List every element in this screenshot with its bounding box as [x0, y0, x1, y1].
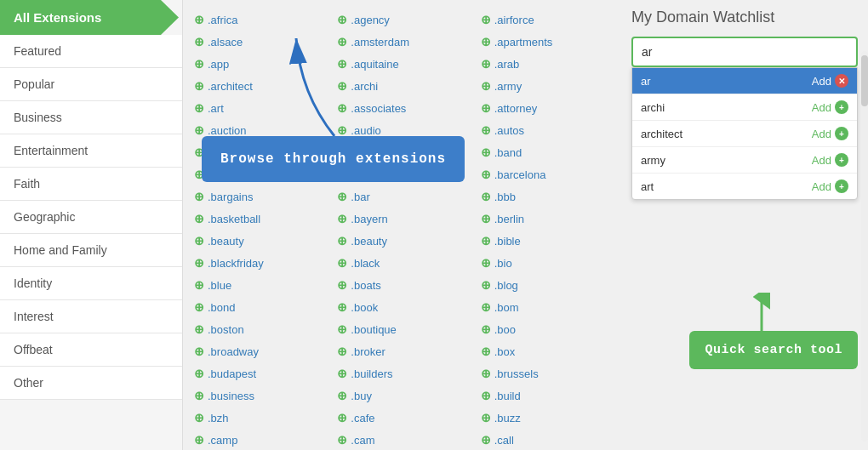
- extension-link[interactable]: .box: [494, 345, 516, 358]
- extension-link[interactable]: .bzh: [208, 412, 229, 424]
- extension-link[interactable]: .barcelona: [494, 168, 546, 181]
- add-button-2[interactable]: Add +: [812, 127, 848, 140]
- extension-link[interactable]: .boo: [494, 323, 516, 336]
- extension-item[interactable]: ⊕.bio: [474, 252, 617, 274]
- extension-item[interactable]: ⊕.boutique: [330, 318, 473, 340]
- extension-item[interactable]: ⊕.bayern: [330, 208, 473, 230]
- extension-item[interactable]: ⊕.boston: [187, 318, 330, 340]
- extension-item[interactable]: ⊕.book: [330, 296, 473, 318]
- extension-link[interactable]: .architect: [208, 80, 253, 93]
- extension-link[interactable]: .builders: [351, 367, 392, 380]
- extension-item[interactable]: ⊕.builders: [330, 362, 473, 384]
- extension-link[interactable]: .brussels: [494, 367, 539, 380]
- extension-link[interactable]: .cafe: [351, 412, 374, 424]
- sidebar-item-home-and-family[interactable]: Home and Family: [0, 234, 182, 267]
- extension-item[interactable]: ⊕.broker: [330, 340, 473, 362]
- extension-link[interactable]: .arab: [494, 58, 520, 71]
- extension-link[interactable]: .bargains: [208, 191, 253, 203]
- extension-item[interactable]: ⊕.autos: [474, 119, 617, 141]
- add-button-4[interactable]: Add +: [812, 179, 848, 193]
- extension-item[interactable]: ⊕.attorney: [474, 97, 617, 119]
- extension-item[interactable]: ⊕.blackfriday: [187, 252, 330, 274]
- sidebar-item-other[interactable]: Other: [0, 367, 182, 400]
- extension-item[interactable]: ⊕.beauty: [330, 230, 473, 252]
- extension-link[interactable]: .blackfriday: [208, 257, 264, 270]
- extension-item[interactable]: ⊕.archi: [330, 75, 473, 97]
- extension-link[interactable]: .call: [494, 434, 514, 447]
- extension-item[interactable]: ⊕.bzh: [187, 407, 330, 429]
- extension-link[interactable]: .cam: [351, 434, 374, 447]
- extension-item[interactable]: ⊕.bar: [330, 185, 473, 208]
- extension-link[interactable]: .buzz: [494, 412, 521, 424]
- extension-item[interactable]: ⊕.alsace: [187, 31, 330, 53]
- extension-link[interactable]: .bond: [208, 301, 236, 314]
- extension-link[interactable]: .basketball: [208, 213, 260, 225]
- extension-item[interactable]: ⊕.basketball: [187, 208, 330, 230]
- extension-item[interactable]: ⊕.boats: [330, 274, 473, 296]
- extension-link[interactable]: .blog: [494, 279, 518, 292]
- sidebar-item-faith[interactable]: Faith: [0, 168, 182, 201]
- extension-item[interactable]: ⊕.band: [474, 141, 617, 163]
- extension-link[interactable]: .black: [351, 257, 380, 270]
- extension-link[interactable]: .attorney: [494, 102, 538, 115]
- extension-item[interactable]: ⊕.bank: [187, 163, 330, 185]
- extension-link[interactable]: .art: [208, 102, 224, 115]
- extension-item[interactable]: ⊕.boo: [474, 318, 617, 340]
- scrollbar-thumb[interactable]: [861, 55, 868, 106]
- extension-item[interactable]: ⊕.amsterdam: [330, 31, 473, 53]
- extension-link[interactable]: .bio: [494, 257, 512, 270]
- extension-link[interactable]: .build: [494, 390, 521, 402]
- extension-link[interactable]: .bar: [351, 191, 369, 203]
- extension-item[interactable]: ⊕.budapest: [187, 362, 330, 384]
- dropdown-item-1[interactable]: archi Add +: [632, 94, 857, 121]
- extension-link[interactable]: .bbb: [494, 191, 516, 203]
- extension-item[interactable]: ⊕.buy: [330, 384, 473, 407]
- sidebar-item-interest[interactable]: Interest: [0, 300, 182, 333]
- sidebar-item-offbeat[interactable]: Offbeat: [0, 333, 182, 367]
- extension-link[interactable]: .boutique: [351, 323, 397, 336]
- dropdown-item-3[interactable]: army Add +: [632, 147, 857, 174]
- extension-item[interactable]: ⊕.buzz: [474, 407, 617, 429]
- extension-item[interactable]: ⊕.bible: [474, 230, 617, 252]
- extension-link[interactable]: .aquitaine: [351, 58, 398, 71]
- extension-link[interactable]: .business: [208, 390, 254, 402]
- extension-link[interactable]: .auction: [208, 124, 247, 137]
- extension-link[interactable]: .alsace: [208, 36, 243, 48]
- extension-item[interactable]: ⊕.baby: [330, 141, 473, 163]
- extension-item[interactable]: ⊕.app: [187, 53, 330, 75]
- extension-link[interactable]: .blue: [208, 279, 231, 292]
- extension-item[interactable]: ⊕.cafe: [330, 407, 473, 429]
- extension-link[interactable]: .book: [351, 301, 378, 314]
- add-button-1[interactable]: Add +: [812, 100, 848, 114]
- sidebar-item-featured[interactable]: Featured: [0, 35, 182, 68]
- extension-item[interactable]: ⊕.art: [187, 97, 330, 119]
- sidebar-all-extensions[interactable]: All Extensions: [0, 0, 179, 35]
- extension-item[interactable]: ⊕.brussels: [474, 362, 617, 384]
- extension-link[interactable]: .boats: [351, 279, 380, 292]
- extension-link[interactable]: .boston: [208, 323, 244, 336]
- extension-item[interactable]: ⊕.bargains: [187, 185, 330, 208]
- extension-item[interactable]: ⊕.auto: [187, 141, 330, 163]
- extension-item[interactable]: ⊕.banque: [330, 163, 473, 185]
- dropdown-item-0[interactable]: ar Add ✕: [632, 68, 857, 94]
- extension-link[interactable]: .broadway: [208, 345, 259, 358]
- extension-link[interactable]: .band: [494, 146, 523, 159]
- sidebar-item-identity[interactable]: Identity: [0, 267, 182, 300]
- extension-link[interactable]: .broker: [351, 345, 385, 358]
- extension-item[interactable]: ⊕.barcelona: [474, 163, 617, 185]
- extension-item[interactable]: ⊕.berlin: [474, 208, 617, 230]
- extension-link[interactable]: .app: [208, 58, 229, 71]
- extension-item[interactable]: ⊕.beauty: [187, 230, 330, 252]
- extension-link[interactable]: .amsterdam: [351, 36, 409, 48]
- extension-item[interactable]: ⊕.apartments: [474, 31, 617, 53]
- extension-item[interactable]: ⊕.auction: [187, 119, 330, 141]
- extension-item[interactable]: ⊕.camp: [187, 429, 330, 450]
- extension-item[interactable]: ⊕.call: [474, 429, 617, 450]
- extension-item[interactable]: ⊕.business: [187, 384, 330, 407]
- extension-link[interactable]: .banque: [351, 168, 391, 181]
- extension-item[interactable]: ⊕.architect: [187, 75, 330, 97]
- extension-item[interactable]: ⊕.associates: [330, 97, 473, 119]
- extension-link[interactable]: .airforce: [494, 14, 534, 26]
- extension-item[interactable]: ⊕.cam: [330, 429, 473, 450]
- dropdown-item-4[interactable]: art Add +: [632, 174, 857, 199]
